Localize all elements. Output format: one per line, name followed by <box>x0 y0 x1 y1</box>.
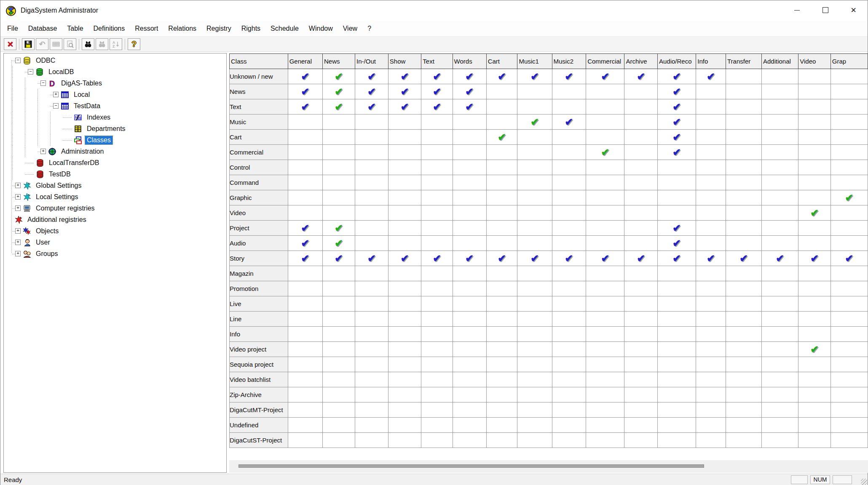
rights-cell-promotion-in-out[interactable] <box>355 281 388 296</box>
tree-item-label[interactable]: LocalTransferDB <box>47 159 101 167</box>
rights-cell-news-music1[interactable] <box>517 84 552 99</box>
horizontal-scrollbar[interactable] <box>229 460 868 473</box>
rights-cell-commercial-show[interactable] <box>388 145 421 160</box>
rights-cell-info-words[interactable] <box>453 327 486 342</box>
rights-cell-video-batchlist-archive[interactable] <box>624 372 657 387</box>
rights-cell-control-news[interactable] <box>322 160 355 175</box>
rights-cell-magazin-grap[interactable] <box>830 266 868 281</box>
resize-grip[interactable] <box>861 479 867 485</box>
rights-cell-digacutst-project-music1[interactable] <box>517 433 552 448</box>
rights-cell-unknown-new-cart[interactable]: ✔ <box>486 69 517 84</box>
rights-cell-sequoia-project-cart[interactable] <box>486 357 517 372</box>
rights-cell-video-project-general[interactable] <box>288 342 322 357</box>
rights-cell-line-additional[interactable] <box>761 312 798 327</box>
rights-cell-digacutmt-project-grap[interactable] <box>830 402 868 418</box>
tree-item-label[interactable]: Administration <box>59 147 105 156</box>
tree-item-groups[interactable]: +Groups <box>4 248 226 259</box>
rights-cell-news-info[interactable] <box>696 84 726 99</box>
tree-item-label[interactable]: Objects <box>34 227 60 235</box>
rights-cell-story-words[interactable]: ✔ <box>453 251 486 266</box>
rights-cell-line-commercial[interactable] <box>586 312 624 327</box>
rights-cell-info-audio-reco[interactable] <box>657 327 696 342</box>
tree-item-label[interactable]: User <box>34 238 52 247</box>
rights-cell-command-in-out[interactable] <box>355 175 388 190</box>
rights-cell-news-audio-reco[interactable]: ✔ <box>657 84 696 99</box>
rights-cell-text-show[interactable]: ✔ <box>388 99 421 115</box>
rights-cell-line-in-out[interactable] <box>355 312 388 327</box>
rights-cell-command-grap[interactable] <box>830 175 868 190</box>
rights-cell-graphic-text[interactable] <box>421 190 453 205</box>
rights-cell-text-general[interactable]: ✔ <box>288 99 322 115</box>
rights-cell-music-music1[interactable]: ✔ <box>517 115 552 130</box>
rights-cell-control-video[interactable] <box>798 160 831 175</box>
rights-cell-promotion-video[interactable] <box>798 281 831 296</box>
rights-cell-live-general[interactable] <box>288 296 322 312</box>
horizontal-scrollbar-thumb[interactable] <box>238 464 704 468</box>
rights-cell-cart-additional[interactable] <box>761 130 798 145</box>
rights-cell-news-music2[interactable] <box>552 84 586 99</box>
tree-item-label[interactable]: Classes <box>85 136 113 144</box>
rights-cell-command-video[interactable] <box>798 175 831 190</box>
rights-cell-cart-general[interactable] <box>288 130 322 145</box>
rights-cell-commercial-in-out[interactable] <box>355 145 388 160</box>
tree-item-user[interactable]: +User <box>4 237 226 248</box>
rights-cell-line-music2[interactable] <box>552 312 586 327</box>
rights-cell-graphic-words[interactable] <box>453 190 486 205</box>
rights-cell-commercial-general[interactable] <box>288 145 322 160</box>
rights-cell-video-batchlist-cart[interactable] <box>486 372 517 387</box>
rights-cell-story-additional[interactable]: ✔ <box>761 251 798 266</box>
rights-cell-story-video[interactable]: ✔ <box>798 251 831 266</box>
rights-cell-command-music2[interactable] <box>552 175 586 190</box>
rights-cell-control-additional[interactable] <box>761 160 798 175</box>
rights-cell-text-news[interactable]: ✔ <box>322 99 355 115</box>
rights-cell-undefined-grap[interactable] <box>830 418 868 433</box>
rights-cell-news-in-out[interactable]: ✔ <box>355 84 388 99</box>
rights-cell-zip-archive-video[interactable] <box>798 387 831 402</box>
rights-cell-graphic-show[interactable] <box>388 190 421 205</box>
rights-cell-digacutmt-project-cart[interactable] <box>486 402 517 418</box>
rights-cell-news-cart[interactable] <box>486 84 517 99</box>
rights-cell-cart-video[interactable] <box>798 130 831 145</box>
rights-cell-live-news[interactable] <box>322 296 355 312</box>
rights-cell-commercial-grap[interactable] <box>830 145 868 160</box>
rights-cell-video-project-music2[interactable] <box>552 342 586 357</box>
rights-cell-zip-archive-audio-reco[interactable] <box>657 387 696 402</box>
rights-cell-control-general[interactable] <box>288 160 322 175</box>
rights-cell-cart-in-out[interactable] <box>355 130 388 145</box>
rights-cell-audio-cart[interactable] <box>486 236 517 251</box>
rights-cell-magazin-general[interactable] <box>288 266 322 281</box>
rights-cell-sequoia-project-archive[interactable] <box>624 357 657 372</box>
rights-cell-zip-archive-info[interactable] <box>696 387 726 402</box>
rights-cell-unknown-new-text[interactable]: ✔ <box>421 69 453 84</box>
rights-cell-story-music2[interactable]: ✔ <box>552 251 586 266</box>
rights-cell-info-archive[interactable] <box>624 327 657 342</box>
rights-cell-command-additional[interactable] <box>761 175 798 190</box>
rights-cell-undefined-text[interactable] <box>421 418 453 433</box>
rights-cell-digacutst-project-video[interactable] <box>798 433 831 448</box>
rights-cell-command-words[interactable] <box>453 175 486 190</box>
rights-cell-undefined-words[interactable] <box>453 418 486 433</box>
rights-cell-undefined-show[interactable] <box>388 418 421 433</box>
rights-cell-video-batchlist-additional[interactable] <box>761 372 798 387</box>
rights-cell-audio-archive[interactable] <box>624 236 657 251</box>
expand-toggle-icon[interactable]: + <box>15 194 21 200</box>
expand-toggle-icon[interactable]: + <box>15 183 21 188</box>
rights-cell-video-batchlist-music2[interactable] <box>552 372 586 387</box>
rights-cell-video-in-out[interactable] <box>355 205 388 221</box>
rights-cell-line-info[interactable] <box>696 312 726 327</box>
rights-cell-promotion-news[interactable] <box>322 281 355 296</box>
tree-item-indexes[interactable]: NgIndexes <box>4 112 226 123</box>
tree-item-localdb[interactable]: −LocalDB <box>4 66 226 77</box>
rights-cell-digacutst-project-words[interactable] <box>453 433 486 448</box>
rights-cell-sequoia-project-commercial[interactable] <box>586 357 624 372</box>
tree-item-label[interactable]: LocalDB <box>47 68 75 76</box>
rights-cell-info-general[interactable] <box>288 327 322 342</box>
rights-cell-story-transfer[interactable]: ✔ <box>726 251 761 266</box>
rights-cell-info-video[interactable] <box>798 327 831 342</box>
rights-cell-undefined-music1[interactable] <box>517 418 552 433</box>
rights-cell-commercial-text[interactable] <box>421 145 453 160</box>
rights-cell-line-video[interactable] <box>798 312 831 327</box>
rights-cell-undefined-commercial[interactable] <box>586 418 624 433</box>
rights-cell-line-music1[interactable] <box>517 312 552 327</box>
rights-cell-promotion-grap[interactable] <box>830 281 868 296</box>
